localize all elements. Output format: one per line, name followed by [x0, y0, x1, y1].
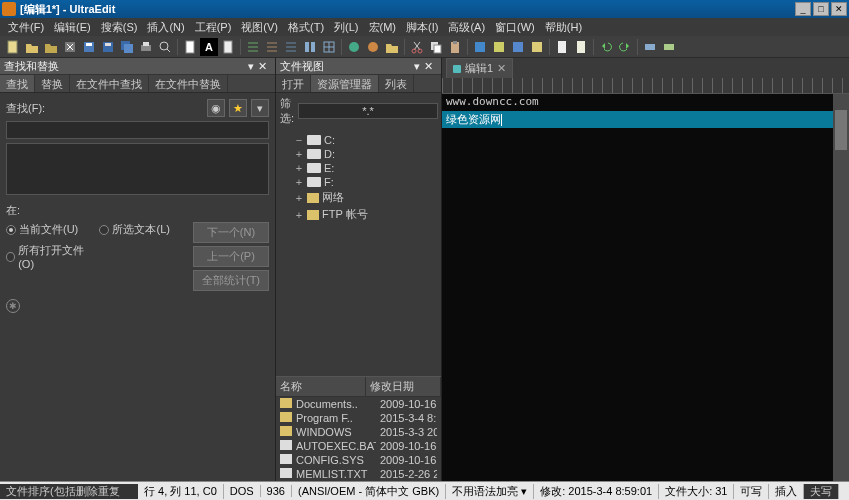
svg-rect-3 — [86, 43, 92, 46]
radio-selected-text[interactable]: 所选文本(L) — [99, 222, 184, 237]
panel-close-icon[interactable]: ✕ — [420, 60, 437, 73]
tree-item[interactable]: −C: — [280, 133, 437, 147]
open2-icon[interactable] — [42, 38, 60, 56]
close-doc-icon[interactable] — [61, 38, 79, 56]
copy-icon[interactable] — [427, 38, 445, 56]
file-row[interactable]: Program F..2015-3-4 8:... — [276, 411, 441, 425]
menu-item[interactable]: 工程(P) — [191, 19, 236, 36]
minimize-button[interactable]: _ — [795, 2, 811, 16]
menu-item[interactable]: 视图(V) — [237, 19, 282, 36]
new-icon[interactable] — [4, 38, 22, 56]
favorite-icon[interactable]: ★ — [229, 99, 247, 117]
file-row[interactable]: MEMLIST.TXT2015-2-26 2... — [276, 467, 441, 481]
file-tab[interactable]: 资源管理器 — [311, 75, 379, 92]
cut-icon[interactable] — [408, 38, 426, 56]
menu-item[interactable]: 搜索(S) — [97, 19, 142, 36]
file-row[interactable]: Documents..2009-10-16 ... — [276, 397, 441, 411]
folder-icon[interactable] — [383, 38, 401, 56]
paste-icon[interactable] — [446, 38, 464, 56]
menu-item[interactable]: 插入(N) — [143, 19, 188, 36]
tree-item[interactable]: +FTP 帐号 — [280, 206, 437, 223]
search-input[interactable] — [6, 121, 269, 139]
tree-item[interactable]: +E: — [280, 161, 437, 175]
menu-item[interactable]: 编辑(E) — [50, 19, 95, 36]
file-tab[interactable]: 打开 — [276, 75, 311, 92]
close-button[interactable]: ✕ — [831, 2, 847, 16]
saveas-icon[interactable] — [99, 38, 117, 56]
find-label: 查找(F): — [6, 101, 56, 116]
blue2-icon[interactable] — [509, 38, 527, 56]
svg-point-10 — [160, 42, 168, 50]
list1-icon[interactable] — [244, 38, 262, 56]
menu-item[interactable]: 宏(M) — [365, 19, 401, 36]
menu-item[interactable]: 帮助(H) — [541, 19, 586, 36]
menu-item[interactable]: 文件(F) — [4, 19, 48, 36]
table-icon[interactable] — [320, 38, 338, 56]
green-icon[interactable] — [345, 38, 363, 56]
editor-area[interactable]: www.downcc.com 绿色资源网 — [442, 94, 849, 481]
menu-item[interactable]: 格式(T) — [284, 19, 328, 36]
file-row[interactable]: CONFIG.SYS2009-10-16 ... — [276, 453, 441, 467]
radio-current-file[interactable]: 当前文件(U) — [6, 222, 91, 237]
gear-icon[interactable] — [6, 299, 20, 313]
orange-icon[interactable] — [364, 38, 382, 56]
radio-all-open[interactable]: 所有打开文件(O) — [6, 243, 91, 270]
text2-icon[interactable] — [572, 38, 590, 56]
extra2-icon[interactable] — [660, 38, 678, 56]
file-row[interactable]: AUTOEXEC.BAT2009-10-16 ... — [276, 439, 441, 453]
next-button[interactable]: 下一个(N) — [193, 222, 269, 243]
search-tab[interactable]: 在文件中查找 — [70, 75, 149, 92]
editor-line: www.downcc.com — [442, 94, 849, 109]
history-icon[interactable]: ◉ — [207, 99, 225, 117]
tree-item[interactable]: +网络 — [280, 189, 437, 206]
list3-icon[interactable] — [282, 38, 300, 56]
list2-icon[interactable] — [263, 38, 281, 56]
save-icon[interactable] — [80, 38, 98, 56]
status-syntax[interactable]: 不用语法加亮 ▾ — [446, 484, 534, 499]
dropdown-search-icon[interactable]: ▾ — [251, 99, 269, 117]
file-tab[interactable]: 列表 — [379, 75, 414, 92]
preview-icon[interactable] — [156, 38, 174, 56]
file-row[interactable]: WINDOWS2015-3-3 20... — [276, 425, 441, 439]
status-mod: 修改: 2015-3-4 8:59:01 — [534, 484, 659, 499]
open-icon[interactable] — [23, 38, 41, 56]
app-icon — [2, 2, 16, 16]
ruler — [442, 78, 849, 94]
saveall-icon[interactable] — [118, 38, 136, 56]
prev-button[interactable]: 上一个(P) — [193, 246, 269, 267]
scrollbar-vertical[interactable] — [833, 94, 849, 481]
search-tab[interactable]: 替换 — [35, 75, 70, 92]
yel2-icon[interactable] — [528, 38, 546, 56]
status-pos: 行 4, 列 11, C0 — [138, 484, 224, 499]
maximize-button[interactable]: □ — [813, 2, 829, 16]
svg-rect-25 — [475, 42, 485, 52]
menu-item[interactable]: 高级(A) — [444, 19, 489, 36]
status-hint: 文件排序(包括删除重复 — [0, 484, 138, 499]
blue1-icon[interactable] — [471, 38, 489, 56]
search-tab[interactable]: 查找 — [0, 75, 35, 92]
menu-item[interactable]: 窗口(W) — [491, 19, 539, 36]
redo-icon[interactable] — [616, 38, 634, 56]
undo-icon[interactable] — [597, 38, 615, 56]
count-button[interactable]: 全部统计(T) — [193, 270, 269, 291]
tree-item[interactable]: +F: — [280, 175, 437, 189]
svg-rect-22 — [434, 45, 441, 53]
font-icon[interactable]: A — [200, 38, 218, 56]
tree-item[interactable]: +D: — [280, 147, 437, 161]
panel-close-icon[interactable]: ✕ — [254, 60, 271, 73]
extra1-icon[interactable] — [641, 38, 659, 56]
menu-item[interactable]: 列(L) — [330, 19, 362, 36]
page2-icon[interactable] — [219, 38, 237, 56]
print-icon[interactable] — [137, 38, 155, 56]
text1-icon[interactable] — [553, 38, 571, 56]
editor-tab[interactable]: 编辑1 ✕ — [446, 58, 513, 78]
menu-item[interactable]: 脚本(I) — [402, 19, 442, 36]
tab-close-icon[interactable]: ✕ — [497, 62, 506, 75]
yel1-icon[interactable] — [490, 38, 508, 56]
search-tab[interactable]: 在文件中替换 — [149, 75, 228, 92]
col-date[interactable]: 修改日期 — [366, 377, 441, 396]
page-icon[interactable] — [181, 38, 199, 56]
column-icon[interactable] — [301, 38, 319, 56]
col-name[interactable]: 名称 — [276, 377, 366, 396]
filter-input[interactable] — [298, 103, 438, 119]
